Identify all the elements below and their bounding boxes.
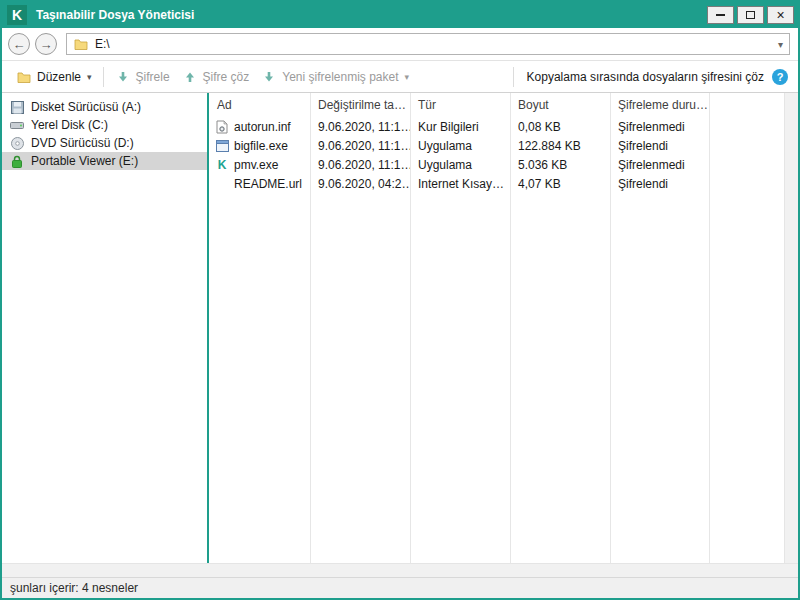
close-icon: × — [776, 8, 784, 22]
folder-icon — [73, 38, 89, 50]
sidebar-item-label: Disket Sürücüsü (A:) — [31, 100, 141, 114]
column-header-name[interactable]: Ad — [209, 98, 310, 112]
toolbar-right-group: Kopyalama sırasında dosyaların şifresini… — [508, 67, 788, 87]
arrow-down-icon — [115, 71, 131, 83]
minimize-button[interactable] — [707, 6, 734, 24]
file-status-cell: Şifrelenmedi — [610, 158, 710, 172]
file-list-header: Ad Değiştirilme ta… Tür Boyut Şifreleme … — [209, 93, 798, 117]
floppy-icon — [9, 101, 25, 114]
kaspersky-logo: K — [7, 5, 27, 25]
chevron-down-icon: ▾ — [87, 72, 92, 82]
file-name-cell: K pmv.exe — [209, 158, 310, 172]
file-status-cell: Şifrelendi — [610, 177, 710, 191]
toolbar: Düzenle ▾ Şifrele Şifre çöz Yeni şifrele… — [2, 60, 798, 93]
arrow-right-icon: → — [40, 38, 53, 51]
sidebar-item-label: Yerel Disk (C:) — [31, 118, 108, 132]
sidebar-item-portable-e[interactable]: Portable Viewer (E:) — [2, 152, 207, 170]
file-size-cell: 4,07 KB — [510, 177, 610, 191]
window-title: Taşınabilir Dosya Yöneticisi — [36, 8, 194, 22]
edit-button[interactable]: Düzenle ▾ — [10, 66, 98, 88]
encrypt-button[interactable]: Şifrele — [109, 66, 176, 88]
main-area: Disket Sürücüsü (A:) Yerel Disk (C:) DVD… — [2, 93, 798, 563]
file-list: Ad Değiştirilme ta… Tür Boyut Şifreleme … — [207, 93, 798, 563]
kaspersky-logo-glyph: K — [12, 7, 22, 23]
file-row-readme[interactable]: README.url 9.06.2020, 04:2… Internet Kıs… — [209, 174, 798, 193]
kaspersky-k-icon: K — [214, 159, 230, 171]
vertical-scrollbar[interactable] — [784, 93, 798, 563]
encrypt-button-label: Şifrele — [136, 70, 170, 84]
sidebar-item-local-c[interactable]: Yerel Disk (C:) — [2, 116, 207, 134]
file-status-cell: Şifrelenmedi — [610, 120, 710, 134]
drive-sidebar: Disket Sürücüsü (A:) Yerel Disk (C:) DVD… — [2, 93, 207, 563]
setup-file-icon — [214, 120, 230, 134]
file-row-bigfile[interactable]: bigfile.exe 9.06.2020, 11:1… Uygulama 12… — [209, 136, 798, 155]
title-bar: K Taşınabilir Dosya Yöneticisi × — [2, 2, 798, 28]
decrypt-button[interactable]: Şifre çöz — [176, 66, 256, 88]
file-modified-cell: 9.06.2020, 04:2… — [310, 177, 410, 191]
decrypt-button-label: Şifre çöz — [203, 70, 250, 84]
question-glyph: ? — [777, 71, 784, 83]
app-window: K Taşınabilir Dosya Yöneticisi × ← → E:\… — [0, 0, 800, 600]
file-modified-cell: 9.06.2020, 11:1… — [310, 120, 410, 134]
column-header-modified[interactable]: Değiştirilme ta… — [310, 98, 410, 112]
navigation-bar: ← → E:\ ▾ — [2, 28, 798, 60]
arrow-left-icon: ← — [13, 38, 26, 51]
file-name: autorun.inf — [234, 120, 291, 134]
sidebar-item-label: Portable Viewer (E:) — [31, 154, 138, 168]
help-icon[interactable]: ? — [772, 69, 788, 85]
file-status-cell: Şifrelendi — [610, 139, 710, 153]
file-size-cell: 122.884 KB — [510, 139, 610, 153]
address-bar[interactable]: E:\ ▾ — [66, 33, 790, 55]
horizontal-scrollbar[interactable] — [2, 563, 798, 577]
application-file-icon — [214, 140, 230, 152]
column-header-status[interactable]: Şifreleme duru… — [610, 98, 710, 112]
sidebar-item-label: DVD Sürücüsü (D:) — [31, 136, 134, 150]
file-name-cell: autorun.inf — [209, 120, 310, 134]
file-size-cell: 5.036 KB — [510, 158, 610, 172]
file-row-autorun[interactable]: autorun.inf 9.06.2020, 11:1… Kur Bilgile… — [209, 117, 798, 136]
file-type-cell: Kur Bilgileri — [410, 120, 510, 134]
maximize-button[interactable] — [737, 6, 764, 24]
forward-button[interactable]: → — [35, 33, 57, 55]
sidebar-item-dvd-d[interactable]: DVD Sürücüsü (D:) — [2, 134, 207, 152]
address-path: E:\ — [95, 37, 110, 51]
file-name-cell: README.url — [209, 177, 310, 191]
chevron-down-icon: ▾ — [405, 72, 410, 82]
status-bar: şunları içerir: 4 nesneler — [2, 577, 798, 598]
folder-icon — [16, 71, 32, 83]
file-row-pmv[interactable]: K pmv.exe 9.06.2020, 11:1… Uygulama 5.03… — [209, 155, 798, 174]
edit-button-label: Düzenle — [37, 70, 81, 84]
new-encrypted-package-label: Yeni şifrelenmiş paket — [282, 70, 398, 84]
maximize-icon — [746, 11, 755, 19]
back-button[interactable]: ← — [8, 33, 30, 55]
lock-icon — [9, 155, 25, 168]
decrypt-on-copy-label: Kopyalama sırasında dosyaların şifresini… — [527, 70, 764, 84]
new-encrypted-package-button[interactable]: Yeni şifrelenmiş paket ▾ — [255, 66, 415, 88]
status-text: şunları içerir: 4 nesneler — [10, 581, 138, 595]
dvd-icon — [9, 137, 25, 150]
file-modified-cell: 9.06.2020, 11:1… — [310, 158, 410, 172]
chevron-down-icon[interactable]: ▾ — [778, 39, 783, 50]
file-type-cell: Uygulama — [410, 158, 510, 172]
file-modified-cell: 9.06.2020, 11:1… — [310, 139, 410, 153]
sidebar-item-floppy-a[interactable]: Disket Sürücüsü (A:) — [2, 98, 207, 116]
arrow-down-icon — [261, 71, 277, 83]
arrow-up-icon — [182, 71, 198, 83]
window-controls: × — [707, 6, 794, 24]
file-name: pmv.exe — [234, 158, 278, 172]
toolbar-separator — [103, 67, 104, 87]
harddrive-icon — [9, 119, 25, 131]
file-name-cell: bigfile.exe — [209, 139, 310, 153]
file-size-cell: 0,08 KB — [510, 120, 610, 134]
file-name: bigfile.exe — [234, 139, 288, 153]
file-name: README.url — [234, 177, 302, 191]
toolbar-separator — [513, 67, 514, 87]
column-header-type[interactable]: Tür — [410, 98, 510, 112]
minimize-icon — [716, 14, 725, 16]
file-type-cell: Internet Kısay… — [410, 177, 510, 191]
close-button[interactable]: × — [767, 6, 794, 24]
file-type-cell: Uygulama — [410, 139, 510, 153]
column-header-size[interactable]: Boyut — [510, 98, 610, 112]
